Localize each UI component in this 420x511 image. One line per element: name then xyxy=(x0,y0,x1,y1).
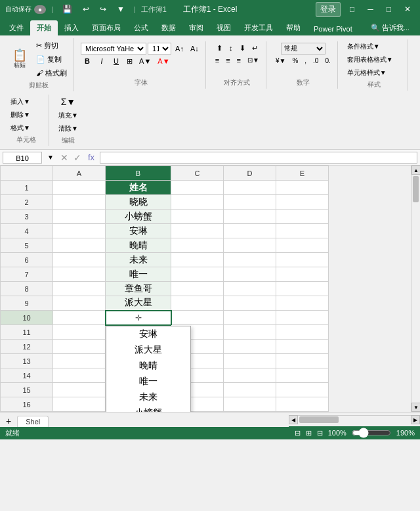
cell-e9[interactable] xyxy=(276,296,329,311)
cell-a15[interactable] xyxy=(53,383,106,397)
cell-b6[interactable]: 未来 xyxy=(106,253,171,267)
decrease-font-button[interactable]: A↓ xyxy=(188,43,201,54)
cell-a6[interactable] xyxy=(53,253,106,267)
clear-button[interactable]: 清除▼ xyxy=(56,123,81,135)
row-header-10[interactable]: 10 xyxy=(1,311,53,325)
row-header-2[interactable]: 2 xyxy=(1,195,53,210)
cell-e8[interactable] xyxy=(276,282,329,296)
cell-c4[interactable] xyxy=(171,224,224,238)
increase-font-button[interactable]: A↑ xyxy=(173,43,186,54)
vertical-scrollbar[interactable]: ▲ ▼ xyxy=(411,166,420,412)
autosave-toggle[interactable]: ● xyxy=(34,5,46,14)
conditional-format-button[interactable]: 条件格式▼ xyxy=(345,41,404,53)
cell-d6[interactable] xyxy=(224,253,276,267)
cell-c1[interactable] xyxy=(171,181,224,195)
cell-a10[interactable] xyxy=(53,311,106,325)
decrease-decimal-button[interactable]: 0. xyxy=(322,56,333,66)
bold-button[interactable]: B xyxy=(81,56,94,66)
cell-b8[interactable]: 章鱼哥 xyxy=(106,282,171,296)
row-header-5[interactable]: 5 xyxy=(1,238,53,253)
cut-button[interactable]: ✂ 剪切 xyxy=(33,39,70,52)
percent-button[interactable]: % xyxy=(289,56,301,66)
scroll-up-arrow[interactable]: ▲ xyxy=(411,166,420,175)
col-header-e[interactable]: E xyxy=(276,166,329,181)
autocomplete-item-padaxing[interactable]: 派大星 xyxy=(106,342,190,358)
cell-c3[interactable] xyxy=(171,210,224,224)
number-format-select[interactable]: 常规 xyxy=(281,43,326,55)
cell-d4[interactable] xyxy=(224,224,276,238)
cell-d5[interactable] xyxy=(224,238,276,253)
cell-b7[interactable]: 唯一 xyxy=(106,267,171,282)
scroll-thumb-horizontal[interactable] xyxy=(299,416,339,423)
autocomplete-item-wanqing[interactable]: 晚晴 xyxy=(106,358,190,374)
horizontal-scrollbar[interactable]: ◀ ▶ xyxy=(289,415,420,424)
cell-e3[interactable] xyxy=(276,210,329,224)
cell-b5[interactable]: 晚晴 xyxy=(106,238,171,253)
cell-e14[interactable] xyxy=(276,368,329,383)
format-button[interactable]: 格式▼ xyxy=(8,122,45,134)
cell-a8[interactable] xyxy=(53,282,106,296)
cell-a14[interactable] xyxy=(53,368,106,383)
thousands-button[interactable]: , xyxy=(302,56,309,66)
row-header-16[interactable]: 16 xyxy=(1,397,53,412)
wrap-text-button[interactable]: ↵ xyxy=(249,43,261,54)
row-header-4[interactable]: 4 xyxy=(1,224,53,238)
cell-c5[interactable] xyxy=(171,238,224,253)
cell-reference-box[interactable]: B10 xyxy=(3,152,42,164)
cell-a12[interactable] xyxy=(53,340,106,354)
row-header-8[interactable]: 8 xyxy=(1,282,53,296)
fill-button[interactable]: 填充▼ xyxy=(56,110,81,122)
tab-file[interactable]: 文件 xyxy=(3,20,30,35)
cell-e12[interactable] xyxy=(276,340,329,354)
fill-color-button[interactable]: A▼ xyxy=(136,56,154,66)
page-break-icon[interactable]: ⊟ xyxy=(317,429,323,437)
increase-decimal-button[interactable]: .0 xyxy=(310,56,321,66)
underline-button[interactable]: U xyxy=(110,56,123,66)
cell-e1[interactable] xyxy=(276,181,329,195)
ribbon-toggle-button[interactable]: □ xyxy=(346,3,358,15)
border-button[interactable]: ⊞ xyxy=(124,56,135,67)
cell-e5[interactable] xyxy=(276,238,329,253)
tab-data[interactable]: 数据 xyxy=(155,20,182,35)
cell-a9[interactable] xyxy=(53,296,106,311)
cell-a7[interactable] xyxy=(53,267,106,282)
autocomplete-dropdown[interactable]: 安琳 派大星 晚晴 唯一 未来 小螃蟹 晓晓 章鱼哥 xyxy=(106,326,191,412)
cell-d13[interactable] xyxy=(224,354,276,368)
scroll-right-arrow[interactable]: ▶ xyxy=(411,415,420,424)
paste-button[interactable]: 📋 粘贴 xyxy=(8,47,32,72)
format-painter-button[interactable]: 🖌 格式刷 xyxy=(33,67,70,79)
scroll-down-arrow[interactable]: ▼ xyxy=(411,403,420,412)
sheet-tab-sheet1[interactable]: Shel xyxy=(17,416,49,427)
undo-button[interactable]: ↩ xyxy=(79,3,93,15)
font-color-button[interactable]: A▼ xyxy=(155,56,172,66)
row-header-13[interactable]: 13 xyxy=(1,354,53,368)
cell-d2[interactable] xyxy=(224,195,276,210)
redo-button[interactable]: ↪ xyxy=(96,3,110,15)
row-header-1[interactable]: 1 xyxy=(1,181,53,195)
align-right-button[interactable]: ≡ xyxy=(234,55,243,66)
normal-view-icon[interactable]: ⊞ xyxy=(306,429,312,437)
autocomplete-item-anlins[interactable]: 安琳 xyxy=(106,326,190,342)
cell-d11[interactable] xyxy=(224,325,276,340)
tab-view[interactable]: 视图 xyxy=(210,20,238,35)
insert-button[interactable]: 插入▼ xyxy=(8,96,45,108)
cell-e16[interactable] xyxy=(276,397,329,412)
minimize-button[interactable]: ─ xyxy=(364,3,377,15)
cell-b4[interactable]: 安琳 xyxy=(106,224,171,238)
merge-button[interactable]: ⊡▼ xyxy=(245,55,262,66)
tab-help[interactable]: 帮助 xyxy=(280,20,307,35)
cell-b10[interactable]: ✛ 安琳 派大星 晚晴 唯一 未来 小螃蟹 晓晓 章鱼哥 xyxy=(106,311,171,325)
row-header-7[interactable]: 7 xyxy=(1,267,53,282)
row-header-11[interactable]: 11 xyxy=(1,325,53,340)
cell-a2[interactable] xyxy=(53,195,106,210)
row-header-6[interactable]: 6 xyxy=(1,253,53,267)
cell-c6[interactable] xyxy=(171,253,224,267)
row-header-15[interactable]: 15 xyxy=(1,383,53,397)
cell-a3[interactable] xyxy=(53,210,106,224)
align-center-button[interactable]: ≡ xyxy=(223,55,232,66)
tab-insert[interactable]: 插入 xyxy=(58,20,85,35)
cell-e10[interactable] xyxy=(276,311,329,325)
align-top-button[interactable]: ⬆ xyxy=(214,43,225,54)
delete-button[interactable]: 删除▼ xyxy=(8,109,45,121)
cell-a5[interactable] xyxy=(53,238,106,253)
